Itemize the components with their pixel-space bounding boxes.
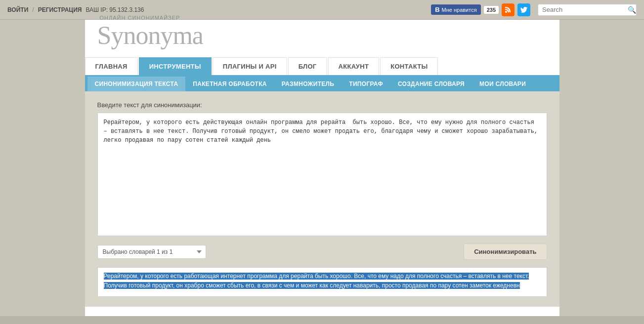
search-input[interactable] — [542, 6, 625, 13]
content-area: ОНЛАЙН СИНОНИМАЙЗЕР Synonyma ГЛАВНАЯ ИНС… — [85, 20, 559, 316]
search-bar: 🔍 — [538, 4, 637, 16]
register-link[interactable]: РЕГИСТРАЦИЯ — [38, 6, 82, 13]
top-bar-left: ВОЙТИ / РЕГИСТРАЦИЯ ВАШ IP: 95.132.3.136 — [7, 6, 424, 13]
logo-area: ОНЛАЙН СИНОНИМАЙЗЕР Synonyma — [85, 20, 559, 57]
search-button[interactable]: 🔍 — [628, 6, 636, 14]
fb-like-label: Мне нравится — [442, 7, 477, 13]
logo-subtitle: ОНЛАЙН СИНОНИМАЙЗЕР — [100, 15, 180, 21]
svg-point-0 — [505, 11, 507, 13]
fb-logo: B — [435, 6, 439, 13]
output-area: Рерайтером, у которого есть работающая и… — [97, 267, 547, 297]
main-wrapper: ОНЛАЙН СИНОНИМАЙЗЕР Synonyma ГЛАВНАЯ ИНС… — [0, 20, 644, 316]
synonymize-button[interactable]: Синонимизировать — [464, 243, 547, 260]
social-bar: B Мне нравится 235 — [431, 3, 530, 16]
nav-item-contacts[interactable]: КОНТАКТЫ — [380, 57, 438, 75]
rss-icon[interactable] — [502, 3, 515, 16]
login-link[interactable]: ВОЙТИ — [7, 6, 28, 13]
nav-item-home[interactable]: ГЛАВНАЯ — [85, 57, 138, 75]
controls-row: Выбрано словарей 1 из 1 Синонимизировать — [97, 243, 547, 260]
subnav-batch[interactable]: ПАКЕТНАЯ ОБРАБОТКА — [185, 77, 274, 91]
logo-text: Synonyma — [97, 21, 203, 50]
top-divider: / — [32, 6, 34, 13]
text-input-label: Введите текст для синонимизации: — [97, 101, 547, 109]
nav-item-tools[interactable]: ИНСТРУМЕНТЫ — [139, 57, 212, 75]
facebook-like-button[interactable]: B Мне нравится — [431, 4, 480, 15]
nav-item-account[interactable]: АККАУНТ — [328, 57, 380, 75]
nav-item-plugins[interactable]: ПЛАГИНЫ И API — [213, 57, 287, 75]
sub-nav: СИНОНИМИЗАЦИЯ ТЕКСТА ПАКЕТНАЯ ОБРАБОТКА … — [85, 77, 559, 91]
fb-count: 235 — [484, 6, 499, 14]
subnav-synonymize[interactable]: СИНОНИМИЗАЦИЯ ТЕКСТА — [87, 77, 186, 91]
output-highlighted-text: Рерайтером, у которого есть работающая и… — [104, 273, 529, 289]
logo-wrapper: ОНЛАЙН СИНОНИМАЙЗЕР Synonyma — [97, 30, 203, 50]
nav-item-blog[interactable]: БЛОГ — [288, 57, 327, 75]
main-nav: ГЛАВНАЯ ИНСТРУМЕНТЫ ПЛАГИНЫ И API БЛОГ А… — [85, 57, 559, 77]
page-content: Введите текст для синонимизации: Выбрано… — [85, 91, 559, 307]
subnav-create-dict[interactable]: СОЗДАНИЕ СЛОВАРЯ — [390, 77, 472, 91]
top-bar: ВОЙТИ / РЕГИСТРАЦИЯ ВАШ IP: 95.132.3.136… — [0, 0, 644, 20]
twitter-icon[interactable] — [517, 3, 530, 16]
subnav-multiplier[interactable]: РАЗМНОЖИТЕЛЬ — [274, 77, 342, 91]
subnav-my-dicts[interactable]: МОИ СЛОВАРИ — [472, 77, 533, 91]
text-input-area[interactable] — [97, 113, 547, 236]
ip-address: ВАШ IP: 95.132.3.136 — [86, 6, 144, 13]
subnav-typograph[interactable]: ТИПОГРАФ — [342, 77, 390, 91]
dict-selector[interactable]: Выбрано словарей 1 из 1 — [97, 245, 206, 259]
